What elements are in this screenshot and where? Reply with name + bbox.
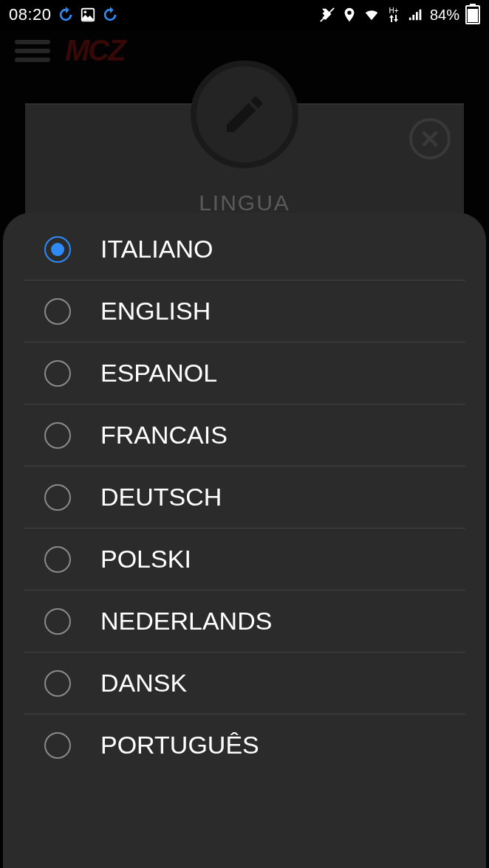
- mobile-data-icon: H+: [386, 7, 402, 23]
- status-clock: 08:20: [9, 5, 52, 24]
- radio-icon[interactable]: [44, 360, 71, 387]
- battery-icon: [465, 5, 480, 24]
- language-option[interactable]: ESPANOL: [24, 342, 465, 404]
- language-option[interactable]: PORTUGUÊS: [24, 714, 465, 776]
- radio-icon[interactable]: [44, 484, 71, 511]
- radio-icon[interactable]: [44, 670, 71, 697]
- status-right: H+ 84%: [319, 5, 480, 24]
- radio-icon[interactable]: [44, 546, 71, 573]
- language-label: ENGLISH: [100, 297, 211, 326]
- language-option[interactable]: DANSK: [24, 652, 465, 714]
- svg-point-1: [83, 11, 86, 14]
- language-option[interactable]: NEDERLANDS: [24, 590, 465, 652]
- signal-icon: [408, 7, 424, 23]
- language-label: ESPANOL: [100, 359, 217, 388]
- status-left: 08:20: [9, 5, 118, 24]
- language-option[interactable]: FRANCAIS: [24, 404, 465, 466]
- radio-icon[interactable]: [44, 732, 71, 759]
- language-label: DANSK: [100, 669, 187, 698]
- language-label: FRANCAIS: [100, 421, 228, 450]
- sync1-icon: [58, 7, 74, 23]
- app-logo: MCZ: [65, 34, 125, 67]
- language-option[interactable]: POLSKI: [24, 528, 465, 590]
- language-label: DEUTSCH: [100, 483, 222, 512]
- vibrate-icon: [319, 7, 335, 23]
- edit-icon[interactable]: [191, 61, 298, 168]
- menu-icon[interactable]: [15, 40, 50, 62]
- radio-icon[interactable]: [44, 608, 71, 635]
- panel-title: LINGUA: [199, 190, 290, 216]
- svg-line-2: [321, 8, 334, 21]
- language-label: POLSKI: [100, 545, 191, 574]
- radio-icon[interactable]: [44, 422, 71, 449]
- close-button[interactable]: [409, 118, 451, 159]
- radio-icon[interactable]: [44, 298, 71, 325]
- language-sheet: ITALIANOENGLISHESPANOLFRANCAISDEUTSCHPOL…: [3, 213, 486, 868]
- sync2-icon: [102, 7, 118, 23]
- language-option[interactable]: ITALIANO: [24, 218, 465, 280]
- radio-icon[interactable]: [44, 236, 71, 263]
- language-label: ITALIANO: [100, 235, 213, 264]
- picture-icon: [80, 7, 96, 23]
- status-bar: 08:20 H+ 84%: [0, 0, 489, 30]
- location-icon: [341, 7, 358, 23]
- language-label: PORTUGUÊS: [100, 731, 259, 760]
- language-label: NEDERLANDS: [100, 607, 272, 636]
- language-option[interactable]: DEUTSCH: [24, 466, 465, 528]
- battery-percent: 84%: [430, 7, 459, 24]
- wifi-icon: [363, 7, 380, 23]
- language-option[interactable]: ENGLISH: [24, 280, 465, 342]
